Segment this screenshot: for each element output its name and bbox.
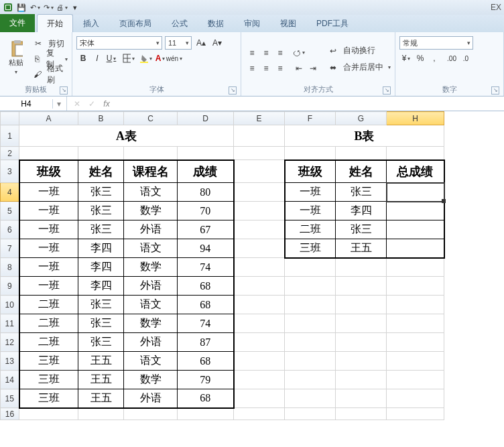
redo-icon[interactable]: ↷ [43,2,54,13]
row-header-3[interactable]: 3 [1,160,19,183]
cell-A13[interactable]: 三班 [19,352,78,371]
cell-F3[interactable]: 班级 [285,160,336,183]
cell-C2[interactable] [124,147,178,160]
cell-G14[interactable] [336,371,387,389]
bold-button[interactable]: B [76,52,90,65]
cell-B12[interactable]: 张三 [78,333,124,352]
tab-review[interactable]: 审阅 [234,14,270,32]
decrease-font-icon[interactable]: A▾ [210,36,224,50]
row-header-15[interactable]: 15 [1,389,19,408]
cell-D2[interactable] [178,147,234,160]
tab-data[interactable]: 数据 [198,14,234,32]
cell-G4[interactable]: 张三 [336,183,387,202]
tab-home[interactable]: 开始 [37,14,73,32]
align-middle-icon[interactable]: ≡ [259,46,273,60]
cell-A9[interactable]: 一班 [19,277,78,296]
font-size-select[interactable]: 11 [165,36,192,50]
enter-icon[interactable]: ✓ [86,99,98,109]
number-launcher[interactable]: ↘ [491,86,499,94]
col-header-H[interactable]: H [387,112,444,125]
fx-icon[interactable]: fx [101,99,113,109]
tab-formulas[interactable]: 公式 [162,14,198,32]
row-header-1[interactable]: 1 [1,125,19,147]
cell-A12[interactable]: 二班 [19,333,78,352]
font-color-button[interactable]: A [153,52,167,65]
row-header-2[interactable]: 2 [1,147,19,160]
name-box[interactable]: ▾ [0,97,67,111]
cell-D4[interactable]: 80 [178,183,234,202]
cell-H13[interactable] [387,352,444,371]
name-box-input[interactable] [0,99,52,109]
cell-H8[interactable] [387,258,444,277]
col-header-F[interactable]: F [285,112,336,125]
decrease-indent-icon[interactable]: ⇤ [292,62,306,75]
cell-C5[interactable]: 数学 [124,202,178,220]
cell-E12[interactable] [234,333,285,352]
cell-F7[interactable]: 三班 [285,239,336,258]
row-header-10[interactable]: 10 [1,296,19,314]
row-header-14[interactable]: 14 [1,371,19,389]
row-header-12[interactable]: 12 [1,333,19,352]
cell-F1[interactable]: B表 [285,125,444,147]
paste-button[interactable]: 粘贴 ▾ [4,43,27,75]
cell-F8[interactable] [285,258,336,277]
cell-C9[interactable]: 外语 [124,277,178,296]
col-header-C[interactable]: C [124,112,178,125]
cell-G16[interactable] [336,408,387,420]
cell-D5[interactable]: 70 [178,202,234,220]
print-icon[interactable]: 🖨 [56,2,67,13]
cell-G8[interactable] [336,258,387,277]
wrap-text-button[interactable]: ↩自动换行 [326,44,391,58]
cell-A15[interactable]: 三班 [19,389,78,408]
cell-C7[interactable]: 语文 [124,239,178,258]
row-header-6[interactable]: 6 [1,220,19,239]
tab-file[interactable]: 文件 [0,14,35,32]
cell-B16[interactable] [78,408,124,420]
cell-E15[interactable] [234,389,285,408]
cell-B9[interactable]: 李四 [78,277,124,296]
cell-D7[interactable]: 94 [178,239,234,258]
cell-C16[interactable] [124,408,178,420]
cell-C6[interactable]: 外语 [124,220,178,239]
cell-B15[interactable]: 王五 [78,389,124,408]
cell-C11[interactable]: 数学 [124,314,178,333]
cell-F10[interactable] [285,296,336,314]
cell-F13[interactable] [285,352,336,371]
cell-A4[interactable]: 一班 [19,183,78,202]
decrease-decimal-icon[interactable]: .0 [459,52,472,65]
cell-H7[interactable] [387,239,444,258]
cell-G15[interactable] [336,389,387,408]
merge-center-button[interactable]: ⬌合并后居中▾ [326,60,391,75]
col-header-A[interactable]: A [19,112,78,125]
cell-H6[interactable] [387,220,444,239]
align-center-icon[interactable]: ≡ [259,62,273,75]
spreadsheet-grid[interactable]: ABCDEFGH1A表B表23班级姓名课程名成绩班级姓名总成绩4一班张三语文80… [0,111,504,447]
align-right-icon[interactable]: ≡ [273,62,287,75]
cell-G11[interactable] [336,314,387,333]
cell-H15[interactable] [387,389,444,408]
row-header-9[interactable]: 9 [1,277,19,296]
cell-A11[interactable]: 二班 [19,314,78,333]
cell-G6[interactable]: 张三 [336,220,387,239]
cell-A8[interactable]: 一班 [19,258,78,277]
cell-H14[interactable] [387,371,444,389]
row-header-13[interactable]: 13 [1,352,19,371]
cell-B14[interactable]: 王五 [78,371,124,389]
cell-F12[interactable] [285,333,336,352]
tab-view[interactable]: 视图 [270,14,306,32]
cell-A10[interactable]: 二班 [19,296,78,314]
cell-E1[interactable] [234,125,285,147]
cell-E3[interactable] [234,160,285,183]
underline-button[interactable]: U [105,52,118,65]
fill-color-button[interactable] [139,52,153,65]
cell-C4[interactable]: 语文 [124,183,178,202]
tab-layout[interactable]: 页面布局 [109,14,162,32]
cell-D15[interactable]: 68 [178,389,234,408]
cell-C14[interactable]: 数学 [124,371,178,389]
cell-B3[interactable]: 姓名 [78,160,124,183]
cell-B2[interactable] [78,147,124,160]
cell-E4[interactable] [234,183,285,202]
cell-H10[interactable] [387,296,444,314]
cell-F5[interactable]: 一班 [285,202,336,220]
cell-B5[interactable]: 张三 [78,202,124,220]
